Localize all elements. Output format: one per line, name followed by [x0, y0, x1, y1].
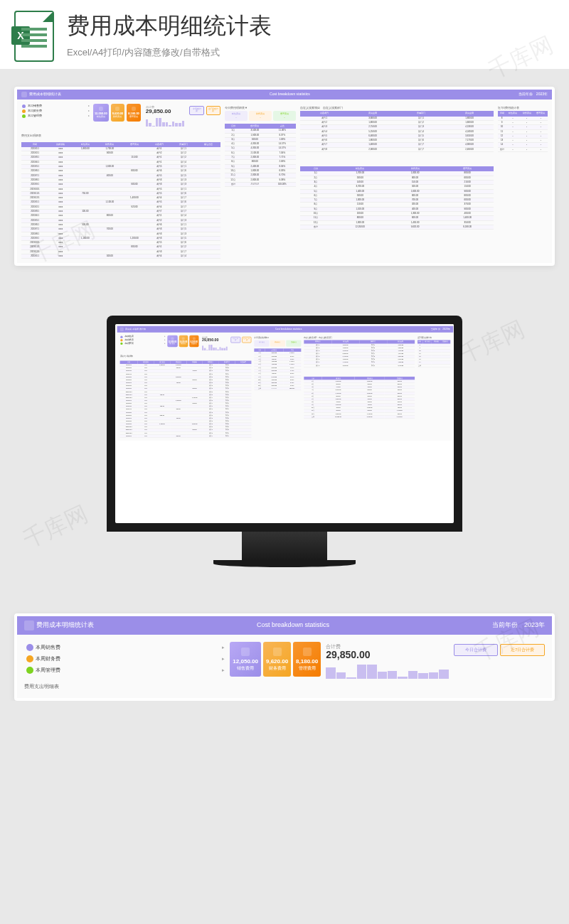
project-table: 内容项目费用金额所属部门费用金额项目13,680.00部门11,800.00项目…: [304, 340, 414, 367]
section-title: 近7日费用统计表: [418, 338, 450, 340]
filter-button[interactable]: 今日合计费: [189, 106, 203, 115]
legend-item: 本周管理费▸: [24, 665, 227, 676]
legend-item: 本周财务费▸: [21, 109, 90, 114]
app-icon: [120, 328, 124, 331]
summary-card: 9,620.00财务费用: [179, 335, 188, 347]
year-display: 当前年份 2023年: [519, 92, 548, 97]
sub-card: 财务费用-: [249, 111, 272, 121]
detail-table: 日期报账说明销售费用财务费用管理费用内容项目所属部门备注信息2023/1/1xx…: [120, 360, 252, 438]
total-bar-chart: [326, 662, 448, 679]
table-row: 合计12,050.009,620.008,180.00: [304, 416, 414, 419]
summary-card: 12,050.00销售费用: [167, 335, 177, 347]
legend-item: 本周财务费▸: [24, 653, 227, 665]
total-bar-chart: [146, 117, 185, 127]
section-title: 自定义搜索项目 自定义搜索部门: [300, 107, 494, 109]
watermark: 千库网: [18, 499, 93, 556]
table-row: 合计12,050.009,620.008,180.00: [300, 225, 494, 229]
filter-button[interactable]: 近7日合计费: [500, 644, 545, 656]
sub-card: 管理费用-: [273, 111, 296, 121]
dashboard-subtitle-en: Cost breakdown statistics: [275, 328, 302, 331]
dashboard-header: 费用成本明细统计表 Cost breakdown statistics 当前年份…: [117, 326, 453, 333]
dashboard-header: 费用成本明细统计表 Cost breakdown statistics 当前年份…: [17, 90, 552, 100]
app-icon: [21, 92, 27, 97]
table-row: 2023/1/1xxxx500.00项目4部门4: [21, 254, 220, 259]
dashboard-subtitle-en: Cost breakdown statistics: [270, 92, 310, 97]
summary-card: 9,620.00财务费用: [263, 642, 291, 676]
total-box: 合计费29,850.00: [201, 335, 229, 352]
summary-card: 12,050.00销售费用: [230, 642, 261, 676]
dashboard-title: 费用成本明细统计表: [125, 328, 147, 331]
filter-button[interactable]: 今日合计费: [231, 337, 240, 343]
filter-button[interactable]: 近7日合计费: [206, 106, 220, 115]
section-title: 今日费用明细表▼: [254, 338, 301, 340]
app-icon: [24, 621, 34, 630]
month-table: 月份合计费用占比1月3,500.0011.06%2月1,900.006.37%3…: [254, 349, 301, 391]
summary-card: 8,180.00管理费用: [127, 104, 141, 122]
table-row: 合计---: [418, 365, 450, 367]
detail-table: 日期报账说明销售费用财务费用管理费用内容项目所属部门备注信息2023/1/1xx…: [21, 142, 220, 259]
template-preview-crop: 费用成本明细统计表 Cost breakdown statistics 当前年份…: [14, 613, 555, 701]
summary-card: 9,620.00财务费用: [111, 104, 125, 122]
summary-table: 月份销售费用财务费用管理费用1月1,700.001,000.00800.002月…: [300, 166, 494, 230]
page-subtitle: Excel/A4打印/内容随意修改/自带格式: [67, 46, 272, 59]
total-box: 合计费29,850.00: [144, 104, 187, 129]
filter-button[interactable]: 今日合计费: [454, 644, 499, 656]
title-section: X 费用成本明细统计表 Excel/A4打印/内容随意修改/自带格式: [0, 0, 569, 69]
monitor-mockup: 费用成本明细统计表 Cost breakdown statistics 当前年份…: [107, 316, 462, 532]
year-display: 当前年份 2023年: [492, 622, 545, 629]
section-title: 自定义搜索项目 自定义搜索部门: [304, 338, 414, 340]
sub-card: 管理费用-: [286, 340, 301, 347]
recent-table: 日期销售费用财务费用管理费用8---9---10---11---12---13-…: [498, 111, 548, 152]
table-row: 合计#######100.00%: [254, 387, 301, 390]
table-row: 合计#######100.00%: [225, 182, 296, 186]
legend-item: 本周管理费▸: [21, 114, 90, 119]
dashboard-title: 费用成本明细统计表: [36, 622, 94, 629]
section-title: 费用支出明细表: [120, 356, 252, 358]
legend-item: 本周管理费▸: [120, 342, 166, 345]
page-title: 费用成本明细统计表: [67, 11, 272, 42]
legend-item: 本周销售费▸: [24, 642, 227, 653]
monitor-base: [213, 560, 356, 567]
summary-card: 8,180.00管理费用: [293, 642, 321, 676]
template-preview-flat: 费用成本明细统计表 Cost breakdown statistics 当前年份…: [14, 87, 555, 266]
legend-item: 本周销售费▸: [21, 104, 90, 109]
dashboard-title: 费用成本明细统计表: [29, 92, 61, 97]
section-title: 近7日费用统计表: [498, 107, 548, 109]
section-title: 费用支出明细表: [24, 684, 545, 689]
monitor-stand: [242, 532, 327, 560]
table-row: 项目82,980.00部门72,490.00: [300, 147, 494, 151]
section-title: 今日费用明细表▼: [225, 107, 296, 109]
excel-file-icon: X: [14, 11, 54, 62]
summary-card: 12,050.00销售费用: [93, 104, 109, 122]
month-table: 月份合计费用占比1月3,500.0011.06%2月1,900.006.37%3…: [225, 124, 296, 187]
year-display: 当前年份 2023年: [431, 328, 450, 331]
sub-card: 销售费用-: [254, 340, 269, 347]
filter-button[interactable]: 近7日合计费: [242, 337, 251, 343]
table-row: 2023/1/1xxxx500.00项目4部门4: [120, 435, 252, 438]
sub-card: 财务费用-: [270, 340, 285, 347]
watermark: 千库网: [454, 314, 530, 371]
dashboard-header: 费用成本明细统计表 Cost breakdown statistics 当前年份…: [17, 616, 552, 635]
table-row: 合计---: [498, 147, 548, 151]
sub-card: 销售费用-: [225, 111, 248, 121]
summary-card: 8,180.00管理费用: [189, 335, 198, 347]
summary-table: 月份销售费用财务费用管理费用1月1,700.001,000.00800.002月…: [304, 377, 414, 419]
total-box: 合计费29,850.00: [324, 642, 450, 681]
total-bar-chart: [202, 344, 228, 350]
dashboard-subtitle-en: Cost breakdown statistics: [257, 622, 329, 629]
project-table: 内容项目费用金额所属部门费用金额项目13,680.00部门11,800.00项目…: [300, 111, 494, 152]
section-title: 费用支出明细表: [21, 134, 220, 137]
recent-table: 日期销售费用财务费用管理费用8---9---10---11---12---13-…: [418, 340, 450, 367]
